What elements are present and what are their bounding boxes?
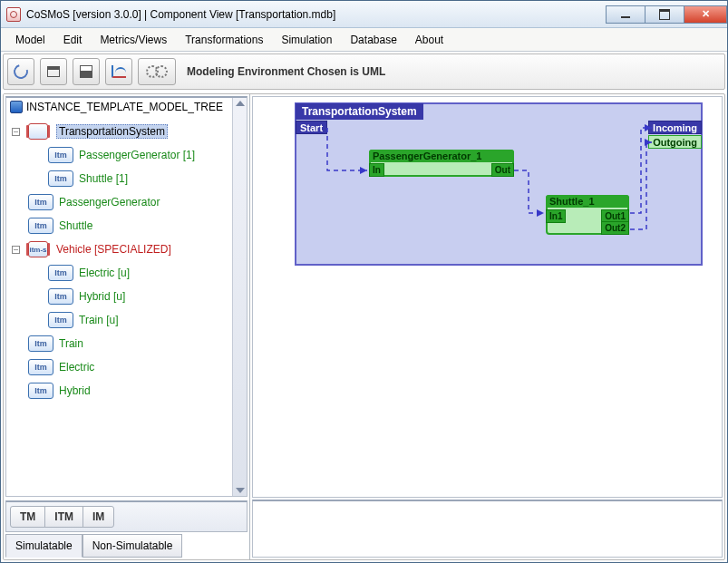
node-title: Shuttle_1 [546, 195, 629, 208]
content-area: INSTANCE_TEMPLATE_MODEL_TREE – Transport… [3, 93, 725, 560]
tab-im[interactable]: IM [83, 506, 114, 528]
container-title: TransportationSystem [296, 103, 423, 120]
tree-node[interactable]: Itm Electric [u] [12, 261, 243, 285]
tree-label: Shuttle [59, 219, 92, 232]
tree-node-vehicle[interactable]: – itm-s Vehicle [SPECIALIZED] [12, 238, 243, 261]
tree-label: Train [u] [79, 314, 119, 326]
menu-about[interactable]: About [406, 30, 452, 50]
port-out[interactable]: Out [491, 163, 514, 177]
menu-simulation[interactable]: Simulation [272, 30, 341, 50]
tree-node[interactable]: Itm PassengerGenerator [1] [12, 143, 243, 167]
tree-label: Electric [u] [79, 267, 130, 279]
coupled-model-icon [28, 123, 48, 140]
tree-header-label: INSTANCE_TEMPLATE_MODEL_TREE [26, 101, 223, 113]
itm-icon: Itm [28, 359, 53, 375]
tab-itm[interactable]: ITM [44, 506, 83, 528]
menu-model[interactable]: Model [6, 30, 54, 50]
sim-tabs: Simulatable Non-Simulatable [5, 534, 248, 558]
itm-icon: Itm [28, 218, 53, 234]
close-button[interactable] [684, 5, 727, 24]
print-button[interactable] [40, 58, 67, 85]
menubar: Model Edit Metrics/Views Transformations… [1, 28, 727, 52]
itm-icon: Itm [28, 335, 53, 352]
gears-icon [146, 65, 168, 78]
port-in1[interactable]: In1 [546, 209, 566, 223]
tree-panel: INSTANCE_TEMPLATE_MODEL_TREE – Transport… [5, 96, 248, 497]
tree-label: Shuttle [1] [79, 172, 128, 185]
save-icon [80, 65, 92, 78]
tree-label: Hybrid [59, 384, 91, 397]
refresh-button[interactable] [7, 58, 34, 85]
tree-label: Electric [59, 361, 94, 374]
port-outgoing[interactable]: Outgoing [648, 135, 702, 149]
tree-node[interactable]: Itm PassengerGenerator [12, 190, 243, 214]
tree-node-root[interactable]: – TransportationSystem [12, 120, 243, 143]
port-incoming[interactable]: Incoming [648, 121, 702, 134]
toolbar-status: Modeling Environment Chosen is UML [187, 65, 385, 78]
itm-icon: Itm [48, 147, 73, 163]
model-tabs: TM ITM IM [5, 500, 248, 532]
tree-label: Hybrid [u] [79, 290, 125, 303]
titlebar[interactable]: CoSMoS [version 3.0.0] | Component View … [1, 1, 727, 28]
settings-button[interactable] [138, 58, 176, 85]
print-icon [47, 66, 60, 77]
menu-transformations[interactable]: Transformations [176, 30, 272, 50]
tree-header: INSTANCE_TEMPLATE_MODEL_TREE [6, 98, 247, 116]
tree-node[interactable]: Itm Hybrid [u] [12, 285, 243, 308]
svg-marker-1 [537, 209, 544, 217]
tree-node[interactable]: Itm Train [12, 332, 243, 355]
console-panel[interactable] [252, 500, 723, 558]
maximize-button[interactable] [645, 5, 684, 24]
node-title: PassengerGenerator_1 [369, 150, 514, 162]
itm-icon: Itm [48, 170, 73, 187]
container-box[interactable]: TransportationSystem Start Incoming Outg… [295, 102, 703, 266]
tree-label: TransportationSystem [56, 124, 168, 139]
plot-button[interactable] [105, 58, 132, 85]
minimize-button[interactable] [606, 5, 645, 24]
expand-toggle[interactable]: – [12, 128, 20, 136]
left-pane: INSTANCE_TEMPLATE_MODEL_TREE – Transport… [4, 94, 250, 559]
itm-icon: Itm [28, 194, 53, 210]
tree-node[interactable]: Itm Electric [12, 355, 243, 379]
menu-database[interactable]: Database [341, 30, 405, 50]
tab-simulatable[interactable]: Simulatable [5, 534, 83, 558]
node-shuttle[interactable]: Shuttle_1 In1 Out1 Out2 [546, 195, 629, 235]
node-passenger-generator[interactable]: PassengerGenerator_1 In Out [369, 150, 514, 177]
itm-icon: Itm [48, 265, 73, 281]
app-window: CoSMoS [version 3.0.0] | Component View … [0, 0, 728, 563]
itm-icon: Itm [48, 288, 73, 305]
port-out2[interactable]: Out2 [601, 221, 629, 235]
toolbar: Modeling Environment Chosen is UML [3, 53, 725, 90]
scrollbar[interactable] [232, 98, 247, 496]
port-in[interactable]: In [369, 163, 384, 177]
svg-marker-0 [360, 167, 367, 174]
wires [296, 104, 701, 264]
itm-icon: Itm [28, 383, 53, 399]
plot-icon [112, 65, 126, 78]
menu-edit[interactable]: Edit [54, 30, 92, 50]
tree-label: PassengerGenerator [1] [79, 149, 195, 161]
tab-tm[interactable]: TM [10, 506, 45, 528]
diagram-canvas[interactable]: TransportationSystem Start Incoming Outg… [252, 96, 723, 498]
expand-toggle[interactable]: – [12, 246, 20, 254]
right-pane: TransportationSystem Start Incoming Outg… [250, 94, 724, 559]
tree: – TransportationSystem Itm PassengerGene… [6, 116, 247, 406]
tree-node[interactable]: Itm Shuttle [1] [12, 167, 243, 190]
window-title: CoSMoS [version 3.0.0] | Component View … [26, 8, 335, 21]
refresh-icon [11, 62, 31, 82]
tab-non-simulatable[interactable]: Non-Simulatable [83, 534, 183, 558]
window-buttons [607, 5, 727, 24]
tree-label: Train [59, 337, 83, 350]
save-button[interactable] [73, 58, 100, 85]
tree-node[interactable]: Itm Hybrid [12, 379, 243, 403]
app-icon [6, 7, 21, 22]
tree-node[interactable]: Itm Train [u] [12, 308, 243, 332]
menu-metrics[interactable]: Metrics/Views [91, 30, 176, 50]
tree-node[interactable]: Itm Shuttle [12, 214, 243, 238]
port-start[interactable]: Start [296, 121, 327, 134]
tree-label: Vehicle [SPECIALIZED] [56, 243, 171, 256]
specialized-icon: itm-s [28, 241, 48, 257]
database-icon [10, 101, 23, 113]
tree-label: PassengerGenerator [59, 196, 160, 209]
itm-icon: Itm [48, 312, 73, 328]
